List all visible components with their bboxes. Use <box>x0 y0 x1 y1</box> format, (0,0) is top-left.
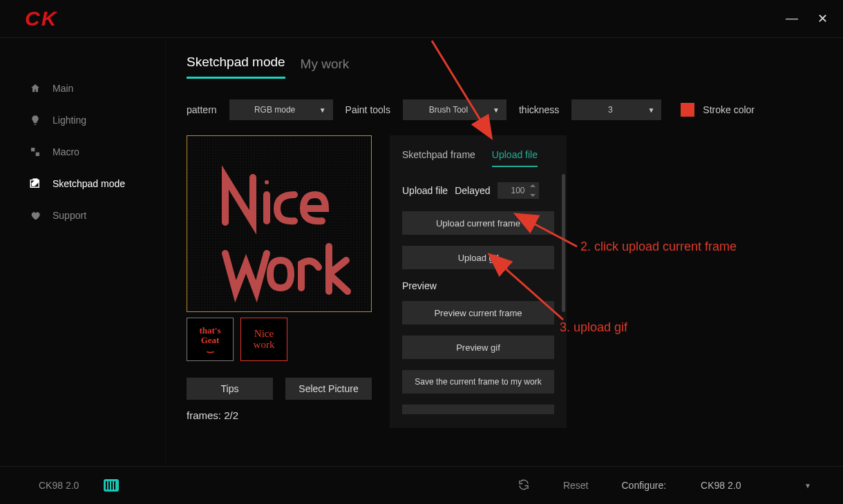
thumbnail-text: ‿ <box>207 345 214 353</box>
paint-tools-value: Brush Tool <box>429 105 468 115</box>
thickness-select[interactable]: 3 ▼ <box>571 99 661 120</box>
panel-tab-sketchpad-frame[interactable]: Sketchpad frame <box>402 149 475 167</box>
save-current-frame-button[interactable]: Save the current frame to my work <box>402 370 554 394</box>
delayed-input[interactable]: 100 <box>498 182 539 199</box>
delayed-value: 100 <box>511 186 525 195</box>
thumbnail-text: work <box>254 340 275 351</box>
drawing-canvas[interactable] <box>187 135 372 312</box>
thumbnail-2[interactable]: Nice work <box>240 318 287 361</box>
sidebar-item-label: Lighting <box>53 115 86 126</box>
chevron-down-icon: ▼ <box>647 106 654 114</box>
panel-truncated-button[interactable] <box>402 405 554 414</box>
sidebar-item-label: Main <box>53 83 73 94</box>
sidebar-item-main[interactable]: Main <box>0 72 165 104</box>
tips-button[interactable]: Tips <box>187 378 273 400</box>
sidebar-item-sketchpad[interactable]: Sketchpad mode <box>0 168 165 200</box>
device-name: CK98 2.0 <box>39 480 79 491</box>
canvas-column: that's Geat ‿ Nice work Tips Select Pict… <box>187 135 372 428</box>
window-controls: — ✕ <box>786 11 828 26</box>
pattern-value: RGB mode <box>254 105 295 115</box>
app-logo: CK <box>25 7 57 30</box>
upload-delay-row: Upload file Delayed 100 <box>402 182 564 199</box>
thumbnail-text: Nice <box>254 329 274 340</box>
upload-file-label: Upload file <box>402 185 448 196</box>
thickness-label: thickness <box>519 104 559 115</box>
sidebar-item-lighting[interactable]: Lighting <box>0 104 165 136</box>
content-area: Sketchpad mode My work pattern RGB mode … <box>166 38 843 466</box>
close-button[interactable]: ✕ <box>817 11 828 26</box>
keyboard-icon[interactable] <box>104 479 119 492</box>
home-icon <box>29 82 41 95</box>
thickness-value: 3 <box>608 105 613 115</box>
sidebar: Main Lighting Macro Sketchpad mode Suppo… <box>0 38 166 466</box>
sidebar-item-macro[interactable]: Macro <box>0 136 165 168</box>
sidebar-item-support[interactable]: Support <box>0 200 165 231</box>
reset-button[interactable]: Reset <box>563 480 589 491</box>
paint-tools-label: Paint tools <box>345 104 390 115</box>
stroke-color-block[interactable]: Stroke color <box>681 103 755 117</box>
stroke-color-swatch[interactable] <box>681 103 694 117</box>
thumbnail-1[interactable]: that's Geat ‿ <box>187 318 234 361</box>
thumbnail-text: that's <box>199 326 220 336</box>
preview-gif-button[interactable]: Preview gif <box>402 336 554 359</box>
panel-scrollbar[interactable] <box>562 174 565 312</box>
chevron-down-icon: ▼ <box>804 482 811 490</box>
panel-tabs: Sketchpad frame Upload file <box>402 149 564 167</box>
sidebar-item-label: Macro <box>53 146 79 157</box>
preview-current-frame-button[interactable]: Preview current frame <box>402 301 554 324</box>
controls-row: pattern RGB mode ▼ Paint tools Brush Too… <box>187 99 843 120</box>
minimize-button[interactable]: — <box>786 11 798 26</box>
heart-icon <box>29 209 41 222</box>
tab-sketchpad-mode[interactable]: Sketchpad mode <box>187 55 285 79</box>
main-tabs: Sketchpad mode My work <box>187 55 843 79</box>
chevron-down-icon: ▼ <box>319 106 326 114</box>
frames-counter: frames: 2/2 <box>187 409 372 421</box>
delayed-label: Delayed <box>455 185 490 196</box>
frame-thumbnails: that's Geat ‿ Nice work <box>187 318 372 361</box>
configure-label: Configure: <box>622 480 667 491</box>
panel-tab-upload-file[interactable]: Upload file <box>492 149 538 167</box>
thumbnail-text: Geat <box>201 336 220 345</box>
upload-gif-button[interactable]: Upload gif <box>402 246 554 269</box>
upload-current-frame-button[interactable]: Upload current frame <box>402 211 554 235</box>
refresh-icon[interactable] <box>518 478 530 493</box>
preview-section-label: Preview <box>402 280 564 291</box>
configure-select[interactable]: Configure: CK98 2.0 ▼ <box>622 480 812 491</box>
sketchpad-icon <box>29 177 41 190</box>
right-panel: Sketchpad frame Upload file Upload file … <box>390 135 567 428</box>
svg-point-3 <box>265 180 269 184</box>
configure-value: CK98 2.0 <box>701 480 770 491</box>
paint-tools-select[interactable]: Brush Tool ▼ <box>403 99 506 120</box>
svg-rect-1 <box>36 153 39 156</box>
chevron-down-icon: ▼ <box>493 106 500 114</box>
select-picture-button[interactable]: Select Picture <box>285 378 372 400</box>
sidebar-item-label: Support <box>53 210 86 221</box>
status-bar: CK98 2.0 Reset Configure: CK98 2.0 ▼ <box>0 466 843 504</box>
macro-icon <box>29 146 41 158</box>
pattern-label: pattern <box>187 104 217 115</box>
svg-rect-0 <box>31 148 35 151</box>
canvas-drawing <box>187 136 372 312</box>
pattern-select[interactable]: RGB mode ▼ <box>229 99 333 120</box>
title-bar: CK — ✕ <box>0 0 843 38</box>
stroke-color-label: Stroke color <box>703 104 755 115</box>
tab-my-work[interactable]: My work <box>301 57 350 79</box>
sidebar-item-label: Sketchpad mode <box>53 178 125 189</box>
bulb-icon <box>29 114 41 126</box>
